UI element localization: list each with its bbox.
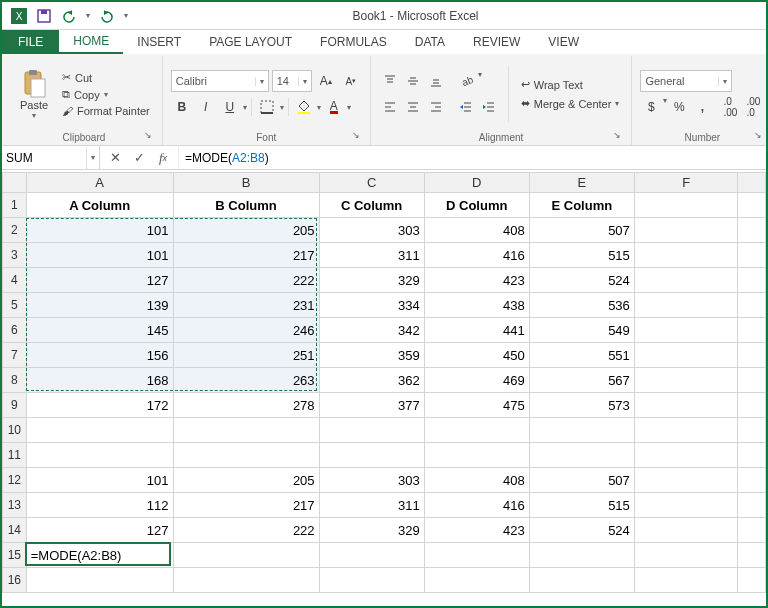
cell[interactable]: 101 [26, 218, 173, 243]
cell[interactable] [738, 568, 766, 593]
cell[interactable] [424, 443, 529, 468]
col-header-c[interactable]: C [319, 173, 424, 193]
cell[interactable]: 515 [529, 243, 634, 268]
cell[interactable] [738, 543, 766, 568]
cell[interactable] [634, 218, 738, 243]
fill-dropdown[interactable]: ▾ [317, 103, 321, 112]
cell[interactable]: 329 [319, 268, 424, 293]
cell[interactable]: 246 [173, 318, 319, 343]
cell[interactable]: C Column [319, 193, 424, 218]
cell[interactable]: 101 [26, 243, 173, 268]
cell[interactable]: 303 [319, 468, 424, 493]
row-header-16[interactable]: 16 [3, 568, 27, 593]
row-header-10[interactable]: 10 [3, 418, 27, 443]
cell[interactable] [634, 368, 738, 393]
cell[interactable]: 217 [173, 493, 319, 518]
dialog-launcher-icon[interactable]: ↘ [752, 130, 764, 142]
row-header-12[interactable]: 12 [3, 468, 27, 493]
cell[interactable]: 408 [424, 218, 529, 243]
cell[interactable]: 441 [424, 318, 529, 343]
cell[interactable] [634, 243, 738, 268]
tab-data[interactable]: DATA [401, 30, 459, 54]
cell[interactable]: 573 [529, 393, 634, 418]
col-header-b[interactable]: B [173, 173, 319, 193]
cell[interactable] [529, 568, 634, 593]
row-header-15[interactable]: 15 [3, 543, 27, 568]
cell[interactable]: E Column [529, 193, 634, 218]
cell[interactable] [26, 443, 173, 468]
cell[interactable]: 377 [319, 393, 424, 418]
paste-button[interactable]: Paste ▾ [14, 61, 54, 127]
row-header-8[interactable]: 8 [3, 368, 27, 393]
cell[interactable] [634, 193, 738, 218]
dialog-launcher-icon[interactable]: ↘ [611, 130, 623, 142]
cell[interactable]: 101 [26, 468, 173, 493]
cell[interactable]: 303 [319, 218, 424, 243]
cell[interactable] [319, 568, 424, 593]
row-header-13[interactable]: 13 [3, 493, 27, 518]
cell[interactable]: 524 [529, 518, 634, 543]
cell[interactable]: 231 [173, 293, 319, 318]
cell[interactable] [319, 543, 424, 568]
cell[interactable]: B Column [173, 193, 319, 218]
cell[interactable]: 311 [319, 243, 424, 268]
select-all-corner[interactable] [3, 173, 27, 193]
cell[interactable]: =MODE(A2:B8) [26, 543, 173, 568]
cell[interactable]: 515 [529, 493, 634, 518]
tab-review[interactable]: REVIEW [459, 30, 534, 54]
cell[interactable] [738, 293, 766, 318]
cell[interactable] [634, 568, 738, 593]
row-header-4[interactable]: 4 [3, 268, 27, 293]
cell[interactable] [634, 468, 738, 493]
cell[interactable]: 263 [173, 368, 319, 393]
borders-dropdown[interactable]: ▾ [280, 103, 284, 112]
col-header-e[interactable]: E [529, 173, 634, 193]
qat-dropdown-icon[interactable]: ▾ [83, 5, 93, 27]
comma-format-icon[interactable]: , [691, 96, 713, 118]
cell[interactable]: 205 [173, 218, 319, 243]
cell[interactable]: 127 [26, 268, 173, 293]
cell[interactable] [634, 343, 738, 368]
col-header-f[interactable]: F [634, 173, 738, 193]
cell[interactable] [529, 418, 634, 443]
align-right-icon[interactable] [425, 96, 447, 118]
cell[interactable]: 217 [173, 243, 319, 268]
cell[interactable]: 524 [529, 268, 634, 293]
merge-center-button[interactable]: ⬌Merge & Center▾ [517, 96, 624, 111]
row-header-2[interactable]: 2 [3, 218, 27, 243]
cell[interactable]: 450 [424, 343, 529, 368]
cell[interactable]: 362 [319, 368, 424, 393]
cell[interactable] [634, 318, 738, 343]
format-painter-button[interactable]: 🖌Format Painter [58, 104, 154, 118]
cell[interactable]: 549 [529, 318, 634, 343]
cell[interactable]: 311 [319, 493, 424, 518]
dialog-launcher-icon[interactable]: ↘ [142, 130, 154, 142]
cell[interactable] [738, 343, 766, 368]
formula-input[interactable]: =MODE(A2:B8) [179, 146, 766, 169]
excel-icon[interactable]: X [8, 5, 30, 27]
align-bottom-icon[interactable] [425, 70, 447, 92]
cell[interactable] [424, 568, 529, 593]
align-center-icon[interactable] [402, 96, 424, 118]
tab-formulas[interactable]: FORMULAS [306, 30, 401, 54]
cell[interactable]: 567 [529, 368, 634, 393]
cell[interactable] [173, 443, 319, 468]
cell[interactable]: 127 [26, 518, 173, 543]
row-header-11[interactable]: 11 [3, 443, 27, 468]
cell[interactable]: 416 [424, 493, 529, 518]
cell[interactable] [634, 443, 738, 468]
cell[interactable] [529, 443, 634, 468]
wrap-text-button[interactable]: ↩Wrap Text [517, 77, 624, 92]
spreadsheet-grid[interactable]: A B C D E F 1A ColumnB ColumnC ColumnD C… [2, 172, 766, 606]
cell[interactable]: 342 [319, 318, 424, 343]
row-header-5[interactable]: 5 [3, 293, 27, 318]
cell[interactable]: 507 [529, 468, 634, 493]
cell[interactable]: 359 [319, 343, 424, 368]
cell[interactable]: A Column [26, 193, 173, 218]
cell[interactable] [634, 293, 738, 318]
row-header-3[interactable]: 3 [3, 243, 27, 268]
col-header-a[interactable]: A [26, 173, 173, 193]
cell[interactable] [634, 493, 738, 518]
align-middle-icon[interactable] [402, 70, 424, 92]
tab-home[interactable]: HOME [59, 30, 123, 54]
